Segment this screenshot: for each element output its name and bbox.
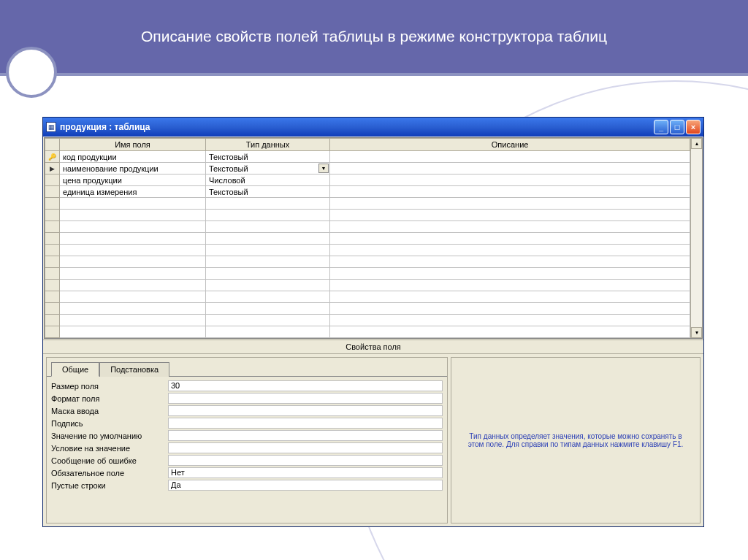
table-row[interactable]: ▶наименование продукцииТекстовый▼ (45, 163, 690, 174)
field-type-cell[interactable]: Текстовый▼ (206, 163, 330, 174)
field-type-cell[interactable]: Числовой (206, 174, 330, 186)
table-row[interactable] (45, 303, 690, 315)
table-row[interactable] (45, 291, 690, 303)
field-desc-cell[interactable] (330, 151, 690, 163)
field-desc-cell[interactable] (330, 303, 690, 315)
row-selector[interactable]: ▶ (45, 163, 60, 174)
field-desc-cell[interactable] (330, 280, 690, 291)
field-type-cell[interactable] (206, 268, 330, 280)
vertical-scrollbar[interactable]: ▴ ▾ (690, 138, 702, 338)
field-desc-cell[interactable] (330, 268, 690, 280)
field-desc-cell[interactable] (330, 233, 690, 245)
tab-lookup[interactable]: Подстановка (99, 362, 169, 377)
field-desc-cell[interactable] (330, 326, 690, 338)
table-row[interactable]: 🔑код продукцииТекстовый (45, 151, 690, 163)
field-name-cell[interactable] (60, 303, 206, 315)
field-desc-cell[interactable] (330, 210, 690, 221)
row-selector[interactable] (45, 268, 60, 280)
field-desc-cell[interactable] (330, 245, 690, 256)
field-type-cell[interactable] (206, 280, 330, 291)
row-selector[interactable] (45, 326, 60, 338)
table-row[interactable]: единица измеренияТекстовый (45, 186, 690, 198)
field-name-cell[interactable] (60, 256, 206, 268)
type-dropdown-button[interactable]: ▼ (318, 164, 329, 173)
scroll-down-button[interactable]: ▾ (691, 327, 702, 338)
field-type-cell[interactable]: Текстовый (206, 186, 330, 198)
field-name-cell[interactable]: единица измерения (60, 186, 206, 198)
row-selector[interactable] (45, 198, 60, 210)
table-row[interactable] (45, 221, 690, 233)
property-value[interactable] (168, 405, 443, 416)
field-name-cell[interactable] (60, 221, 206, 233)
row-selector[interactable] (45, 303, 60, 315)
table-row[interactable]: цена продукцииЧисловой (45, 174, 690, 186)
field-type-cell[interactable] (206, 315, 330, 326)
field-type-cell[interactable] (206, 198, 330, 210)
field-name-cell[interactable] (60, 291, 206, 303)
field-desc-cell[interactable] (330, 256, 690, 268)
field-type-cell[interactable] (206, 303, 330, 315)
table-row[interactable] (45, 233, 690, 245)
tab-general[interactable]: Общие (51, 362, 99, 377)
field-name-cell[interactable] (60, 198, 206, 210)
table-row[interactable] (45, 315, 690, 326)
row-selector[interactable] (45, 210, 60, 221)
col-header-name[interactable]: Имя поля (60, 139, 206, 151)
field-name-cell[interactable] (60, 233, 206, 245)
field-name-cell[interactable]: наименование продукции (60, 163, 206, 174)
table-row[interactable] (45, 198, 690, 210)
property-value[interactable] (168, 393, 443, 404)
table-row[interactable] (45, 210, 690, 221)
field-name-cell[interactable] (60, 210, 206, 221)
table-row[interactable] (45, 268, 690, 280)
row-selector[interactable] (45, 291, 60, 303)
scroll-track[interactable] (691, 149, 702, 327)
field-name-cell[interactable]: цена продукции (60, 174, 206, 186)
maximize-button[interactable]: □ (670, 120, 684, 134)
property-value[interactable]: Да (168, 480, 443, 491)
row-selector[interactable] (45, 280, 60, 291)
field-name-cell[interactable] (60, 268, 206, 280)
property-value[interactable] (168, 418, 443, 429)
field-name-cell[interactable] (60, 315, 206, 326)
table-row[interactable] (45, 280, 690, 291)
row-selector[interactable] (45, 245, 60, 256)
field-desc-cell[interactable] (330, 198, 690, 210)
field-type-cell[interactable] (206, 233, 330, 245)
field-type-cell[interactable]: Текстовый (206, 151, 330, 163)
table-row[interactable] (45, 326, 690, 338)
table-row[interactable] (45, 256, 690, 268)
field-type-cell[interactable] (206, 326, 330, 338)
field-desc-cell[interactable] (330, 315, 690, 326)
row-selector[interactable] (45, 315, 60, 326)
field-desc-cell[interactable] (330, 174, 690, 186)
property-value[interactable] (168, 455, 443, 466)
fields-grid[interactable]: Имя поля Тип данных Описание 🔑код продук… (45, 138, 690, 338)
field-desc-cell[interactable] (330, 221, 690, 233)
property-value[interactable] (168, 442, 443, 453)
row-selector[interactable] (45, 186, 60, 198)
field-type-cell[interactable] (206, 221, 330, 233)
field-type-cell[interactable] (206, 210, 330, 221)
close-button[interactable]: × (686, 120, 701, 134)
minimize-button[interactable]: _ (654, 120, 668, 134)
property-value[interactable] (168, 430, 443, 441)
field-desc-cell[interactable] (330, 163, 690, 174)
field-type-cell[interactable] (206, 256, 330, 268)
row-selector[interactable] (45, 233, 60, 245)
property-value[interactable]: 30 (168, 380, 443, 391)
field-name-cell[interactable] (60, 326, 206, 338)
scroll-up-button[interactable]: ▴ (691, 138, 702, 149)
table-row[interactable] (45, 245, 690, 256)
field-desc-cell[interactable] (330, 291, 690, 303)
col-header-type[interactable]: Тип данных (206, 139, 330, 151)
row-selector[interactable]: 🔑 (45, 151, 60, 163)
row-selector[interactable] (45, 256, 60, 268)
row-selector[interactable] (45, 174, 60, 186)
field-type-cell[interactable] (206, 291, 330, 303)
field-desc-cell[interactable] (330, 186, 690, 198)
titlebar[interactable]: ▦ продукция : таблица _ □ × (43, 118, 703, 137)
field-name-cell[interactable] (60, 280, 206, 291)
field-type-cell[interactable] (206, 245, 330, 256)
field-name-cell[interactable] (60, 245, 206, 256)
